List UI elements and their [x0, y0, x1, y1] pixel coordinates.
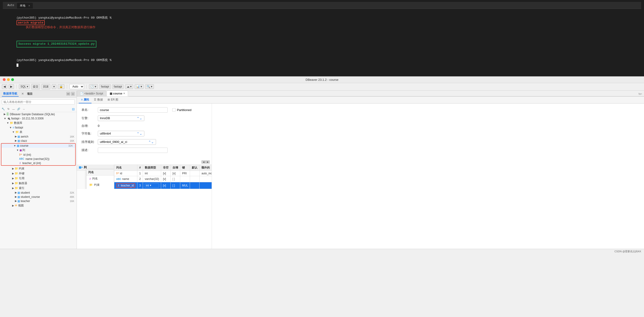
tree-item-fastapi-conn[interactable]: ▼ 🔌 fastapi - 10.211.55.3:3306 — [0, 116, 76, 120]
terminal-tab-terminal[interactable]: Auto — [5, 3, 17, 8]
ctx-item-columns[interactable]: ⚷ 列名 — [86, 176, 114, 182]
toolbar-cloud-btn[interactable]: ☁ ▾ — [125, 84, 133, 89]
tree-add-btn[interactable]: 🔧 — [1, 107, 6, 112]
prop-input-description[interactable] — [98, 148, 168, 153]
collapse-cols-icon: ▼ — [16, 149, 19, 152]
partitioned-checkbox[interactable] — [172, 108, 176, 112]
toolbar-lock-btn[interactable]: 🔒 — [58, 84, 64, 89]
tree-item-id-col[interactable]: 1²³ id (int) — [2, 153, 75, 157]
tree-item-teacher-id-col[interactable]: ⚷ teacher_id (int) — [2, 161, 75, 165]
tree-link-btn[interactable]: 🔗 — [16, 107, 21, 112]
tree-item-teacher[interactable]: ▶ ▦ teacher 16K — [0, 199, 76, 203]
close-window-btn[interactable] — [3, 78, 6, 81]
tree-item-name-col[interactable]: ABC name (varchar(32)) — [2, 157, 75, 161]
toolbar-search-btn[interactable]: 🔍 ▾ — [145, 84, 154, 89]
tree-item-student[interactable]: ▶ ▦ student 32K — [0, 190, 76, 195]
prop-select-collation[interactable]: utf8mb4_0900_ai_ci ⌃⌄ — [98, 139, 156, 145]
tree-item-views[interactable]: ▶ 👁 视图 — [0, 203, 76, 208]
tree-item-student-course[interactable]: ▶ ▦ student_course 48K — [0, 195, 76, 199]
view-tab-properties-label: 属性 — [84, 98, 89, 102]
tab-testdb-script[interactable]: 📄 <testdb> Script — [77, 90, 106, 96]
tab-course[interactable]: ▦ course ✕ — [107, 90, 128, 96]
teacher-id-col-icon: ⚷ — [19, 162, 21, 164]
tree-search-input[interactable] — [2, 100, 75, 104]
prop-row-collation: 排序规则: utf8mb4_0900_ai_ci ⌃⌄ — [82, 139, 207, 145]
toolbar-forward-btn[interactable]: ▶ — [8, 84, 14, 89]
table-row-teacher-id[interactable]: ⚷ teacher_id 3 int ▼ — [114, 182, 212, 189]
terminal-tab-local[interactable]: 本地 ✕ — [17, 3, 33, 8]
table-row-name[interactable]: ABC name 2 varchar(32) [v] [ ] — [114, 176, 212, 182]
tree-item-tables-folder[interactable]: ▼ 📁 表 — [0, 130, 76, 134]
toolbar-auto-dropdown[interactable]: Auto — [70, 84, 84, 89]
tree-item-columns-folder[interactable]: ▼ ▦ 列 — [2, 148, 75, 153]
prop-row-tablename: 表名: Partitioned — [82, 107, 207, 113]
scroll-right-btn[interactable]: ▶ — [206, 160, 210, 164]
partitioned-row: Partitioned — [172, 108, 192, 112]
toolbar-monitor-btn[interactable]: 📊 ▾ — [134, 84, 144, 89]
tree-label-views: 视图 — [18, 204, 24, 208]
ctx-item-fk[interactable]: 📁 外键 — [86, 188, 114, 189]
tree-item-indexes[interactable]: ▶ 📁 索引 — [0, 186, 76, 190]
td-id-default — [190, 170, 200, 176]
panel-minimize-btn[interactable]: — — [66, 92, 70, 96]
panel-tab-project[interactable]: 项目 — [26, 92, 34, 96]
view-tab-er[interactable]: ⊞ ER 图 — [105, 96, 120, 103]
tree-item-fastapi-schema[interactable]: ▼ ≡ fastapi — [0, 126, 76, 130]
tree-arrow-btn[interactable]: → — [22, 107, 26, 112]
tree-content[interactable]: ▶ 🗄 DBeaver Sample Database (SQLite) ▼ 🔌… — [0, 112, 76, 249]
minimize-window-btn[interactable] — [7, 78, 10, 81]
toolbar-rollback-btn[interactable]: 回滚 — [42, 84, 50, 89]
tree-item-sqlite[interactable]: ▶ 🗄 DBeaver Sample Database (SQLite) — [0, 112, 76, 116]
toolbar-history-btn[interactable]: 🕐 ▾ — [89, 84, 98, 89]
data-table-container[interactable]: 列名 # 数据类型 非空 自增 键 默认 额外的 表达式 — [114, 164, 212, 189]
table-row-id[interactable]: 1²³ id 1 int [v] [v] PRI — [114, 170, 212, 176]
ctx-col-icon: ⚷ — [89, 177, 91, 180]
course-highlight-box: ▼ ▦ course 32K ▼ ▦ 列 1²³ id (int) — [1, 143, 76, 166]
table-clazz-icon: ▦ — [18, 139, 20, 142]
tree-filter-btn[interactable]: ⊟ — [71, 107, 76, 112]
maximize-window-btn[interactable] — [11, 78, 14, 81]
tree-item-clazz[interactable]: ▶ ▦ clazz 16K — [0, 139, 76, 143]
type-dropdown[interactable]: int ▼ — [145, 184, 159, 188]
tree-item-constraints[interactable]: ▶ 📁 约束 — [0, 166, 76, 171]
expand-views-icon: ▶ — [12, 204, 14, 207]
td-name-num: 2 — [137, 176, 143, 182]
toolbar-fastapi1-btn[interactable]: fastapi — [99, 84, 110, 89]
toolbar-fastapi2-btn[interactable]: fastapi — [112, 84, 124, 89]
panel-maximize-btn[interactable]: □ — [71, 92, 75, 96]
view-tab-properties[interactable]: ≡ 属性 — [79, 96, 92, 103]
nav-close-btn[interactable]: ✕ — [22, 92, 24, 96]
prop-input-tablename[interactable] — [98, 107, 168, 113]
tree-item-course[interactable]: ▼ ▦ course 32K — [2, 144, 75, 148]
ctx-item-constraints[interactable]: 📁 约束 — [86, 182, 114, 188]
id-col-icon: 1²³ — [19, 154, 22, 156]
tree-item-triggers[interactable]: ▶ 📁 触发器 — [0, 181, 76, 186]
toolbar-back-btn[interactable]: ◀ — [2, 84, 7, 89]
panel-tab-nav[interactable]: 数据库导航 — [2, 91, 19, 96]
terminal-close-btn[interactable]: ✕ — [28, 4, 30, 8]
tree-refresh-btn[interactable]: ↻ — [6, 107, 11, 112]
col-sidebar: ▦+ 列 列名 ⚷ 列名 — [77, 164, 114, 189]
prop-select-charset[interactable]: utf8mb4 ⌃⌄ — [98, 131, 144, 136]
tree-item-fk[interactable]: ▶ 📁 外键 — [0, 171, 76, 176]
prop-label-collation: 排序规则: — [82, 140, 98, 144]
prop-select-engine[interactable]: InnoDB ⌃⌄ — [98, 116, 144, 121]
scroll-left-btn[interactable]: ◀ — [202, 160, 206, 164]
view-tab-data[interactable]: ☰ 数据 — [92, 96, 105, 103]
tree-collapse-btn[interactable]: — — [11, 107, 16, 112]
table-student-icon: ▦ — [18, 191, 20, 194]
context-menu: 列名 ⚷ 列名 📁 约束 — [86, 169, 114, 189]
tree-item-refs[interactable]: ▶ 📁 引用 — [0, 176, 76, 181]
td-tid-extra — [200, 182, 212, 189]
toolbar-manage-btn[interactable]: ▾ — [52, 84, 56, 89]
script-tab-label: <testdb> Script — [84, 92, 103, 95]
course-tab-close[interactable]: ✕ — [123, 92, 125, 95]
migrate-command: aerich migrate — [16, 20, 45, 25]
tree-item-aerich[interactable]: ▶ ▦ aerich 16K — [0, 134, 76, 139]
toolbar-sql-btn[interactable]: SQL ▾ — [19, 84, 30, 89]
toolbar-submit-btn[interactable]: 提交 — [31, 84, 40, 89]
dbeaver-titlebar: DBeaver 23.1.2 - course — [0, 76, 644, 83]
er-icon: ⊞ — [108, 98, 110, 101]
teacher-id-label: teacher_id — [121, 184, 134, 187]
tree-item-databases[interactable]: ▼ 📁 数据库 — [0, 120, 76, 126]
